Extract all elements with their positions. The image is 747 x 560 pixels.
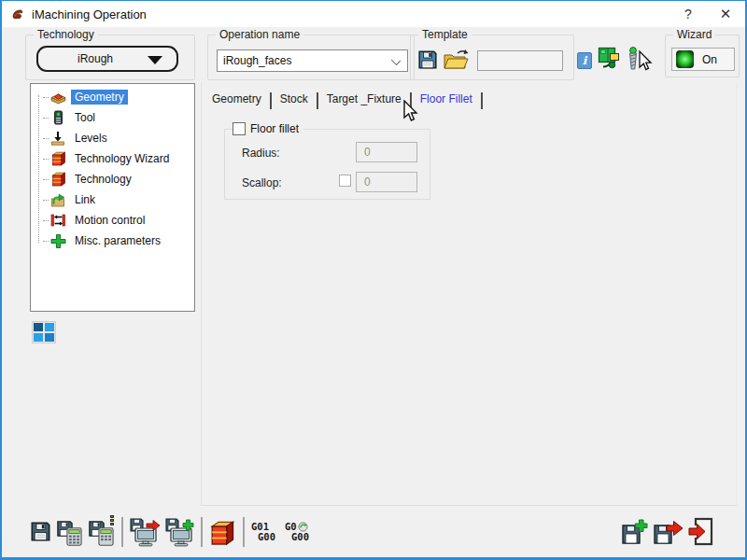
chevron-down-icon bbox=[391, 56, 401, 65]
sidebar-item-geometry[interactable]: Geometry bbox=[31, 87, 194, 107]
technology-layers-button[interactable] bbox=[207, 519, 236, 547]
save-template-button[interactable] bbox=[417, 49, 438, 70]
operation-name-combobox[interactable]: iRough_faces bbox=[217, 49, 408, 72]
sidebar-item-technology[interactable]: Technology bbox=[31, 169, 194, 189]
tab-stock[interactable]: Stock bbox=[272, 92, 317, 111]
operation-name-group: Operation name iRough_faces bbox=[207, 35, 415, 80]
multi-dots-icon bbox=[110, 515, 114, 525]
close-button[interactable]: ✕ bbox=[710, 1, 741, 27]
tab-geometry[interactable]: Geometry bbox=[204, 92, 270, 111]
technology-group-label: Technology bbox=[34, 28, 98, 41]
scallop-checkbox bbox=[339, 175, 351, 187]
technology-group: Technology iRough bbox=[25, 35, 195, 80]
calculator-icon bbox=[66, 527, 82, 546]
sidebar-item-label: Levels bbox=[71, 131, 111, 146]
operation-tree: Geometry Tool bbox=[30, 83, 195, 312]
layers-icon bbox=[49, 172, 67, 187]
titlebar: iMachining Operation ? ✕ bbox=[2, 1, 745, 27]
sidebar-item-technology-wizard[interactable]: Technology Wizard bbox=[31, 148, 194, 169]
sidebar-item-levels[interactable]: Levels bbox=[31, 128, 194, 148]
app-icon bbox=[10, 7, 25, 21]
mouse-cursor bbox=[402, 100, 421, 124]
wizard-toggle-button[interactable]: On bbox=[671, 48, 735, 71]
motion-control-icon bbox=[49, 213, 67, 228]
sidebar-item-label: Link bbox=[71, 192, 99, 207]
save-exit-simulate-button[interactable] bbox=[130, 518, 162, 550]
sidebar-item-label: Misc. parameters bbox=[71, 233, 164, 248]
save-and-add-button[interactable] bbox=[621, 518, 649, 546]
machine-setup-icon[interactable] bbox=[598, 46, 623, 71]
sidebar-item-label: Tool bbox=[71, 110, 99, 125]
save-and-exit-button[interactable] bbox=[654, 518, 684, 546]
radius-field: 0 bbox=[356, 142, 417, 162]
link-icon bbox=[49, 192, 67, 207]
levels-icon bbox=[49, 131, 67, 146]
open-template-button[interactable] bbox=[443, 48, 469, 71]
help-button[interactable]: ? bbox=[672, 1, 704, 27]
info-button[interactable]: i bbox=[577, 52, 592, 69]
scallop-label: Scallop: bbox=[242, 176, 282, 189]
operation-name-value: iRough_faces bbox=[223, 54, 291, 67]
template-group: Template bbox=[410, 35, 574, 80]
wizard-group: Wizard On bbox=[665, 35, 740, 77]
imachining-operation-dialog: iMachining Operation ? ✕ Technology iRou… bbox=[0, 0, 747, 560]
geometry-icon bbox=[49, 90, 67, 105]
wizard-group-label: Wizard bbox=[673, 28, 715, 41]
sidebar-item-motion-control[interactable]: Motion control bbox=[31, 210, 194, 231]
tool-icon bbox=[49, 110, 67, 125]
technology-dropdown[interactable]: iRough bbox=[36, 46, 178, 72]
plus-icon bbox=[49, 233, 67, 248]
grid-squares-icon[interactable] bbox=[32, 321, 56, 343]
scallop-field: 0 bbox=[356, 172, 417, 192]
template-group-label: Template bbox=[418, 28, 472, 41]
radius-label: Radius: bbox=[242, 147, 280, 160]
gcode-simulate-button[interactable]: G0 G00 bbox=[285, 522, 309, 542]
wizard-led-icon bbox=[676, 50, 694, 68]
floor-fillet-label: Floor fillet bbox=[250, 122, 299, 135]
sidebar-item-label: Geometry bbox=[71, 90, 128, 105]
sidebar-item-label: Motion control bbox=[71, 213, 148, 228]
template-name-field[interactable] bbox=[477, 50, 563, 71]
sidebar-item-label: Technology Wizard bbox=[71, 151, 173, 166]
window-title: iMachining Operation bbox=[32, 7, 147, 21]
tab-strip: Geometry Stock Target _Fixture Floor Fil… bbox=[204, 89, 483, 111]
tab-floor-fillet[interactable]: Floor Fillet bbox=[412, 92, 481, 111]
save-add-operation-button[interactable] bbox=[165, 518, 197, 550]
layers-icon bbox=[49, 151, 67, 166]
technology-value: iRough bbox=[78, 52, 113, 65]
tool-pick-cursor-icon[interactable] bbox=[626, 46, 654, 72]
wizard-state-label: On bbox=[702, 53, 717, 66]
sidebar-item-tool[interactable]: Tool bbox=[31, 107, 194, 128]
tab-target-fixture[interactable]: Target _Fixture bbox=[318, 92, 410, 111]
sidebar-item-label: Technology bbox=[71, 172, 135, 187]
operation-name-group-label: Operation name bbox=[216, 28, 303, 41]
exit-button[interactable] bbox=[688, 517, 714, 546]
dropdown-triangle-icon bbox=[148, 56, 162, 64]
sidebar-item-misc-parameters[interactable]: Misc. parameters bbox=[31, 231, 194, 251]
sidebar-item-link[interactable]: Link bbox=[31, 189, 194, 210]
floor-fillet-group: Floor fillet Radius: 0 Scallop: 0 bbox=[224, 129, 430, 200]
floor-fillet-checkbox[interactable] bbox=[233, 122, 246, 135]
gcode-button[interactable]: G01 G00 bbox=[251, 522, 275, 541]
save-button[interactable] bbox=[30, 521, 51, 542]
calculator-icon bbox=[98, 527, 114, 546]
